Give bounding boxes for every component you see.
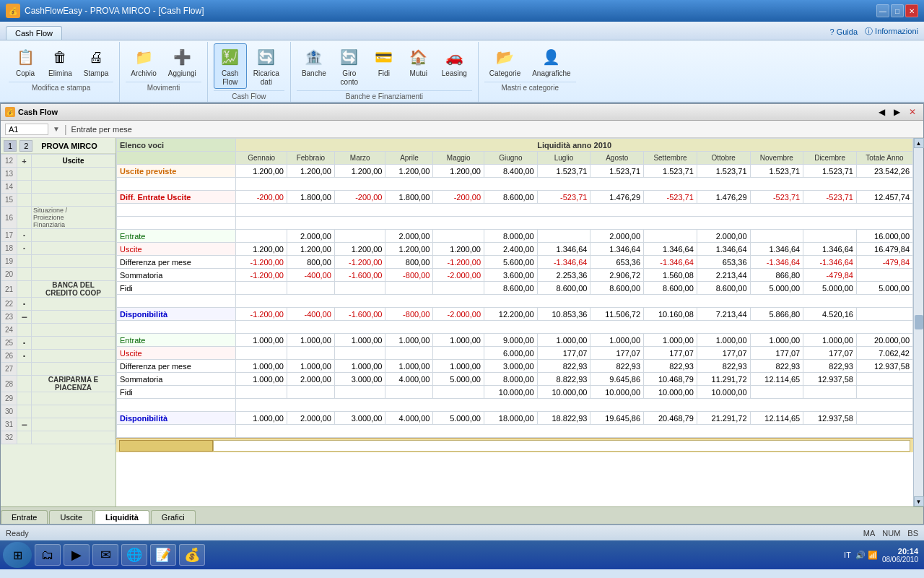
title-bar: 💰 CashFlowEasy - PROVA MIRCO - [Cash Flo… — [0, 0, 924, 22]
title-text: CashFlowEasy - PROVA MIRCO - [Cash Flow] — [25, 6, 204, 16]
col-dic: Dicembre — [803, 152, 857, 165]
minimize-button[interactable]: — — [876, 4, 889, 17]
banks-icon: 🏦 — [302, 46, 326, 69]
giroconto-button[interactable]: 🔄 Giroconto — [333, 43, 366, 89]
giroconto-label: Giroconto — [341, 69, 358, 87]
table-row: Differenza per mese -1.200,00 800,00 -1.… — [117, 256, 913, 269]
categories-button[interactable]: 📂 Categorie — [484, 43, 526, 80]
anagrafiche-button[interactable]: 👤 Anagrafiche — [527, 43, 575, 80]
minus-btn-2[interactable]: − — [17, 418, 32, 431]
bank2-label: CARIPARMA EPIACENZA — [32, 376, 116, 392]
cell-ref-input[interactable] — [5, 124, 48, 135]
leasing-button[interactable]: 🚗 Leasing — [437, 43, 472, 80]
tab-uscite[interactable]: Uscite — [49, 510, 93, 524]
clock-date: 08/06/2010 — [882, 556, 918, 564]
scroll-up[interactable]: ▲ — [914, 138, 924, 148]
guide-link[interactable]: ? Guida — [829, 27, 858, 36]
row-num: 15 — [1, 194, 17, 207]
print-button[interactable]: 🖨 Stampa — [79, 43, 113, 80]
row-num: 12 — [1, 155, 17, 168]
archive-icon: 📁 — [132, 46, 155, 69]
tab-cashflow[interactable]: Cash Flow — [6, 26, 62, 40]
table-row: Sommatoria 1.000,00 2.000,00 3.000,00 4.… — [117, 373, 913, 386]
row-ind-1[interactable]: 1 — [4, 140, 17, 152]
status-bs: BS — [907, 529, 918, 538]
anagrafiche-icon: 👤 — [540, 46, 563, 69]
copy-button[interactable]: 📋 Copia — [9, 43, 42, 80]
print-icon: 🖨 — [84, 46, 108, 69]
fidi-button[interactable]: 💳 Fidi — [367, 43, 401, 80]
ribbon-group-modifica: 📋 Copia 🗑 Elimina 🖨 Stampa Modifica e st… — [3, 42, 120, 102]
taskbar-app-5[interactable]: 📝 — [150, 544, 176, 566]
print-label: Stampa — [84, 69, 108, 78]
ribbon-label-banche: Banche e Finanziamenti — [297, 90, 472, 100]
taskbar-app-1[interactable]: 🗂 — [35, 544, 61, 566]
maximize-button[interactable]: □ — [891, 4, 904, 17]
row-num: 19 — [1, 255, 17, 268]
table-row — [117, 321, 913, 334]
ribbon-label-cashflow: Cash Flow — [214, 90, 284, 100]
plus-btn-1[interactable]: + — [17, 155, 32, 168]
formula-text: Entrate per mese — [71, 125, 132, 134]
label-sommatoria-2: Sommatoria — [117, 373, 236, 386]
input-cell[interactable] — [119, 440, 213, 452]
main-grid[interactable]: Elenco voci Liquidità anno 2010 Gennaio … — [116, 138, 913, 506]
ribbon-label-mastri: Mastri e categorie — [484, 82, 576, 92]
categories-label: Categorie — [489, 69, 520, 78]
ribbon-label-movimenti: Movimenti — [126, 82, 201, 92]
label-sommatoria-1: Sommatoria — [117, 269, 236, 282]
archive-button[interactable]: 📁 Archivio — [126, 43, 162, 80]
table-row — [117, 399, 913, 412]
tab-liquidita[interactable]: Liquidità — [95, 510, 149, 524]
dot-4: • — [17, 337, 32, 350]
info-link[interactable]: ⓘ Informazioni — [865, 26, 918, 37]
ribbon-label-modifica: Modifica e stampa — [9, 82, 113, 92]
minus-btn-1[interactable]: − — [17, 311, 32, 324]
cf-window-title: Cash Flow — [18, 108, 58, 116]
cashflow-button[interactable]: 💹 CashFlow — [214, 43, 247, 89]
copy-label: Copia — [16, 69, 35, 78]
label-diff-mese-2: Differenza per mese — [117, 360, 236, 373]
nav-prev[interactable]: ◀ — [876, 106, 888, 118]
taskbar-app-3[interactable]: ✉ — [92, 544, 118, 566]
reload-label: Ricaricadati — [253, 69, 279, 87]
data-table: Elenco voci Liquidità anno 2010 Gennaio … — [116, 138, 913, 438]
start-button[interactable]: ⊞ — [3, 542, 32, 568]
copy-icon: 📋 — [14, 46, 37, 69]
table-row: Diff. Entrate Uscite -200,00 1.800,00 -2… — [117, 191, 913, 204]
tab-entrate[interactable]: Entrate — [1, 510, 48, 524]
add-button[interactable]: ➕ Aggiungi — [163, 43, 201, 80]
label-entrate-2: Entrate — [117, 334, 236, 347]
banks-button[interactable]: 🏦 Banche — [297, 43, 331, 80]
delete-button[interactable]: 🗑 Elimina — [43, 43, 77, 80]
table-row: Uscite previste 1.200,00 1.200,00 1.200,… — [117, 165, 913, 178]
tab-grafici[interactable]: Grafici — [151, 510, 196, 524]
taskbar-app-2[interactable]: ▶ — [64, 544, 90, 566]
close-button[interactable]: ✕ — [905, 4, 918, 17]
cf-close[interactable]: ✕ — [906, 106, 919, 118]
nav-next[interactable]: ▶ — [891, 106, 903, 118]
window-controls: — □ ✕ — [876, 4, 918, 17]
scroll-down[interactable]: ▼ — [914, 496, 924, 506]
bank1-label: BANCA DELCREDITO COOP — [32, 281, 116, 298]
taskbar-app-4[interactable]: 🌐 — [121, 544, 147, 566]
mutui-button[interactable]: 🏠 Mutui — [402, 43, 435, 80]
row-num: 17 — [1, 229, 17, 242]
categories-icon: 📂 — [494, 46, 517, 69]
ribbon-group-movimenti: 📁 Archivio ➕ Aggiungi Movimenti — [120, 42, 208, 102]
row-num: 21 — [1, 281, 17, 298]
dot-2: • — [17, 242, 32, 255]
table-row — [117, 204, 913, 217]
col-giu: Giugno — [484, 152, 538, 165]
bottom-tabs: Entrate Uscite Liquidità Grafici — [1, 506, 923, 524]
taskbar-app-6[interactable]: 💰 — [179, 544, 205, 566]
reload-button[interactable]: 🔄 Ricaricadati — [248, 43, 284, 89]
row-num: 13 — [1, 168, 17, 181]
scroll-thumb[interactable] — [915, 315, 923, 329]
row-ind-2[interactable]: 2 — [19, 140, 32, 152]
table-row: Differenza per mese 1.000,00 1.000,00 1.… — [117, 360, 913, 373]
delete-icon: 🗑 — [48, 46, 71, 69]
vertical-scrollbar[interactable]: ▲ ▼ — [913, 138, 923, 506]
input-value[interactable] — [213, 440, 910, 452]
cf-titlebar: 💰 Cash Flow ◀ ▶ ✕ — [1, 104, 923, 121]
